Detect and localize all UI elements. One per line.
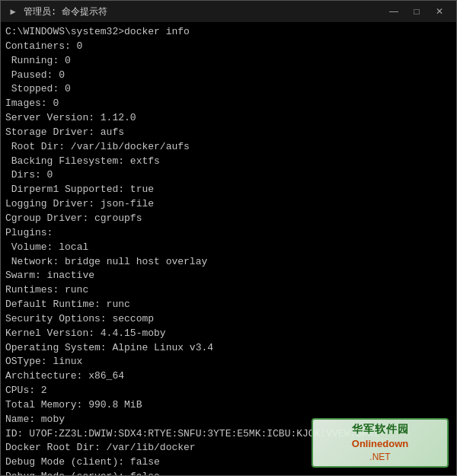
watermark-title: 华军软件园 [352, 421, 409, 436]
minimize-button[interactable]: — [383, 3, 404, 20]
terminal-area[interactable]: C:\WINDOWS\system32>docker info Containe… [1, 22, 456, 475]
window-controls: — □ ✕ [383, 3, 450, 20]
window: ▶ 管理员: 命令提示符 — □ ✕ C:\WINDOWS\system32>d… [0, 0, 457, 476]
app-icon: ▶ [7, 5, 19, 18]
close-button[interactable]: ✕ [429, 3, 450, 20]
terminal-output: C:\WINDOWS\system32>docker info Containe… [5, 25, 452, 475]
watermark-subtitle: Onlinedown [352, 437, 408, 452]
window-title: 管理员: 命令提示符 [24, 5, 383, 18]
maximize-button[interactable]: □ [406, 3, 427, 20]
watermark: 华军软件园 Onlinedown .NET [312, 418, 449, 468]
watermark-domain: .NET [369, 451, 390, 464]
title-bar: ▶ 管理员: 命令提示符 — □ ✕ [1, 1, 456, 22]
